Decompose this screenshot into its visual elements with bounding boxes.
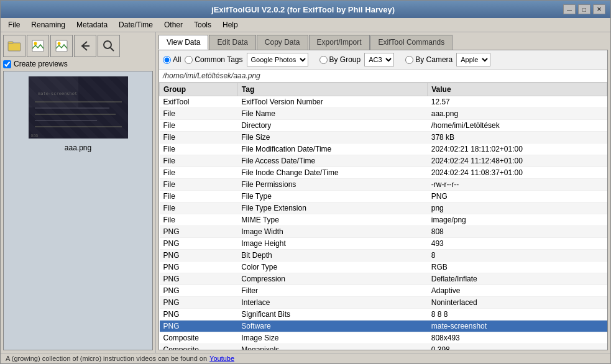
menu-renaming[interactable]: Renaming [26,19,70,30]
svg-text:mate-screenshot: mate-screenshot [38,91,77,96]
cell-group: Composite [160,332,238,344]
svg-rect-9 [29,76,128,139]
cell-value: -rw-r--r-- [428,179,607,191]
left-panel: Create previews mate-screenshot aaa [1,32,156,353]
table-row[interactable]: FileMIME Typeimage/png [160,214,607,226]
table-row[interactable]: PNGCompressionDeflate/Inflate [160,273,607,285]
cell-group: PNG [160,273,238,285]
title-bar: jExifToolGUI V2.0.2 (for ExifTool by Phi… [1,1,610,18]
cell-tag: File Access Date/Time [237,155,427,167]
table-row[interactable]: ExifToolExifTool Version Number12.57 [160,96,607,108]
svg-rect-1 [8,42,13,43]
open-image2-button[interactable] [50,35,73,57]
tab-copy-data[interactable]: Copy Data [257,35,308,50]
by-group-select[interactable]: AC3 [364,53,394,66]
svg-point-5 [58,42,61,45]
menu-datetime[interactable]: Date/Time [114,19,158,30]
google-photos-select[interactable]: Google Photos [247,53,308,66]
cell-group: File [160,108,238,120]
table-row[interactable]: PNGSignificant Bits8 8 8 [160,309,607,321]
cell-tag: Interlace [237,297,427,309]
back-icon [78,39,92,53]
all-radio[interactable] [163,56,171,64]
cell-group: PNG [160,285,238,297]
table-row[interactable]: FileFile Size378 kB [160,132,607,143]
by-camera-radio-group: By Camera [405,55,453,64]
col-value: Value [428,83,607,96]
cell-group: PNG [160,297,238,309]
cell-value: 12.57 [428,96,607,108]
menu-bar: File Renaming Metadata Date/Time Other T… [1,18,610,32]
cell-tag: File Type Extension [237,202,427,214]
table-row[interactable]: PNGImage Height493 [160,238,607,250]
close-button[interactable] [593,4,605,14]
open-folder-button[interactable] [3,35,25,57]
table-row[interactable]: CompositeMegapixels0.398 [160,344,607,350]
filter-bar: All Common Tags Google Photos By Group [159,50,607,70]
tab-exiftool-commands[interactable]: ExifTool Commands [370,35,453,50]
table-row[interactable]: CompositeImage Size808x493 [160,332,607,344]
cell-group: File [160,179,238,191]
maximize-button[interactable] [578,4,590,14]
menu-other[interactable]: Other [159,19,188,30]
cell-tag: Image Height [237,238,427,250]
window-controls [563,4,605,14]
menu-metadata[interactable]: Metadata [71,19,113,30]
tab-view-data[interactable]: View Data [158,35,208,50]
cell-group: File [160,132,238,143]
app-window: jExifToolGUI V2.0.2 (for ExifTool by Phi… [0,0,611,364]
table-row[interactable]: FileFile Nameaaa.png [160,108,607,120]
table-row[interactable]: PNGFilterAdaptive [160,285,607,297]
table-row[interactable]: PNGColor TypeRGB [160,262,607,273]
image-icon [31,39,45,53]
common-tags-radio[interactable] [185,56,193,64]
by-group-radio[interactable] [319,56,328,64]
menu-help[interactable]: Help [218,19,243,30]
file-path: /home/imi/Letöltések/aaa.png [159,70,607,83]
cell-group: File [160,155,238,167]
cell-tag: MIME Type [237,214,427,226]
by-camera-label: By Camera [415,55,453,64]
cell-group: PNG [160,321,238,332]
search-button[interactable] [98,35,120,57]
table-row[interactable]: PNGImage Width808 [160,226,607,238]
toolbar [3,35,153,57]
cell-value: 0.398 [428,344,607,350]
common-tags-radio-group: Common Tags [185,55,242,64]
table-row[interactable]: PNGSoftwaremate-screenshot [160,321,607,332]
table-row[interactable]: FileFile Type Extensionpng [160,202,607,214]
create-previews-checkbox[interactable] [3,60,11,68]
tab-export-import[interactable]: Export/Import [309,35,370,50]
cell-tag: File Modification Date/Time [237,143,427,155]
table-row[interactable]: PNGInterlaceNoninterlaced [160,297,607,309]
by-camera-radio[interactable] [405,56,413,64]
table-row[interactable]: FileFile Access Date/Time2024:02:24 11:1… [160,155,607,167]
cell-tag: File Permissions [237,179,427,191]
table-row[interactable]: FileFile TypePNG [160,191,607,202]
minimize-button[interactable] [563,4,576,14]
cell-group: PNG [160,309,238,321]
table-row[interactable]: PNGBit Depth8 [160,250,607,262]
open-image-button[interactable] [27,35,49,57]
by-camera-select[interactable]: Apple [456,53,490,66]
cell-tag: Bit Depth [237,250,427,262]
tab-edit-data[interactable]: Edit Data [209,35,255,50]
table-row[interactable]: FileFile Permissions-rw-r--r-- [160,179,607,191]
youtube-link[interactable]: Youtube [209,355,234,362]
svg-rect-16 [35,126,122,127]
table-row[interactable]: FileFile Inode Change Date/Time2024:02:2… [160,167,607,179]
menu-file[interactable]: File [3,19,25,30]
cell-value: 8 8 8 [428,309,607,321]
svg-point-7 [104,41,111,48]
table-row[interactable]: FileDirectory/home/imi/Letöltések [160,120,607,132]
folder-icon [7,40,21,52]
col-tag: Tag [237,83,427,96]
svg-rect-13 [35,107,109,109]
table-row[interactable]: FileFile Modification Date/Time2024:02:2… [160,143,607,155]
cell-value: png [428,202,607,214]
back-button[interactable] [74,35,96,57]
cell-value: aaa.png [428,108,607,120]
menu-tools[interactable]: Tools [189,19,216,30]
search-icon [102,39,116,53]
data-table-wrapper[interactable]: Group Tag Value ExifToolExifTool Version… [159,83,607,350]
